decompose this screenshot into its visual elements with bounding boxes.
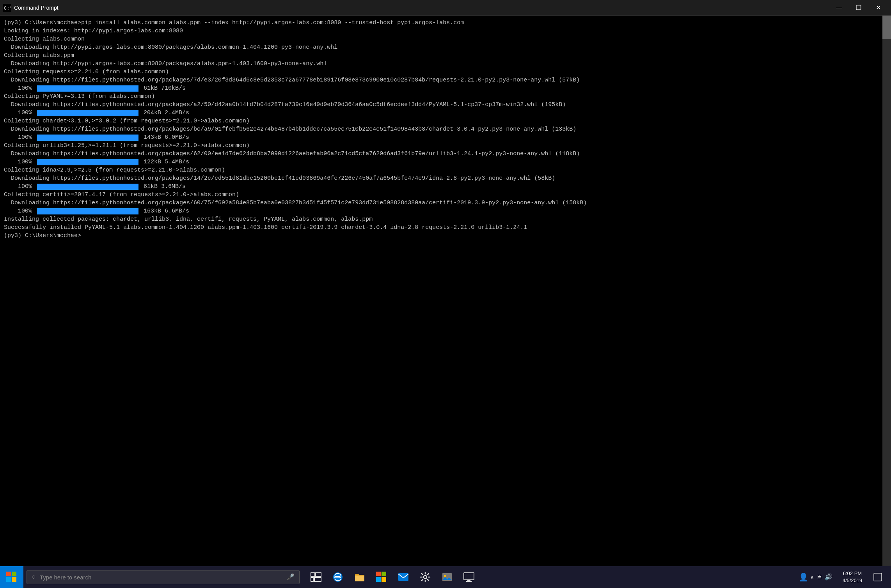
- svg-rect-13: [382, 572, 386, 576]
- scrollbar[interactable]: [882, 16, 891, 566]
- svg-rect-16: [398, 573, 408, 581]
- terminal-line: Downloading https://files.pythonhosted.o…: [4, 174, 879, 182]
- svg-rect-9: [314, 577, 321, 581]
- search-box[interactable]: ○ Type here to search 🎤: [27, 570, 300, 584]
- volume-icon[interactable]: 🔊: [825, 573, 832, 581]
- svg-rect-12: [376, 572, 381, 576]
- terminal-line: Downloading https://files.pythonhosted.o…: [4, 199, 879, 207]
- terminal-line: Collecting certifi>=2017.4.17 (from requ…: [4, 191, 879, 199]
- maximize-button[interactable]: ❐: [849, 0, 868, 16]
- terminal-line: 100% 61kB 3.6MB/s: [4, 182, 879, 191]
- svg-rect-14: [376, 577, 381, 582]
- terminal-line: (py3) C:\Users\mcchae>pip install alabs.…: [4, 19, 879, 27]
- store-button[interactable]: [371, 566, 392, 588]
- windows-logo-icon: [6, 572, 17, 583]
- notification-button[interactable]: [869, 566, 886, 588]
- svg-rect-22: [466, 581, 472, 582]
- title-bar: C:\ Command Prompt — ❐ ✕: [0, 0, 891, 16]
- terminal-line: Successfully installed PyYAML-5.1 alabs.…: [4, 223, 879, 232]
- taskbar: ○ Type here to search 🎤: [0, 566, 891, 588]
- svg-rect-23: [874, 573, 882, 581]
- task-view-icon: [311, 572, 321, 582]
- window-controls: — ❐ ✕: [829, 0, 888, 16]
- file-explorer-button[interactable]: [350, 566, 370, 588]
- terminal-line: 100% 204kB 2.4MB/s: [4, 109, 879, 117]
- people-icon[interactable]: 👤: [799, 572, 808, 582]
- terminal-line: Downloading http://pypi.argos-labs.com:8…: [4, 43, 879, 51]
- network-icon[interactable]: 🖥: [816, 574, 822, 581]
- task-view-button[interactable]: [306, 566, 326, 588]
- search-icon: ○: [32, 573, 36, 581]
- terminal-line: Collecting idna<2.9,>=2.5 (from requests…: [4, 166, 879, 174]
- svg-point-19: [444, 575, 446, 577]
- terminal-line: 100% 61kB 710kB/s: [4, 84, 879, 92]
- taskbar-icons: [306, 566, 479, 588]
- terminal-line: (py3) C:\Users\mcchae>: [4, 232, 879, 240]
- terminal-output: (py3) C:\Users\mcchae>pip install alabs.…: [0, 16, 882, 566]
- svg-rect-7: [316, 572, 321, 576]
- photos-button[interactable]: [437, 566, 457, 588]
- file-explorer-icon: [354, 572, 365, 583]
- terminal-line: Collecting alabs.ppm: [4, 51, 879, 60]
- clock-time: 6:02 PM: [843, 570, 862, 577]
- terminal-line: Downloading https://files.pythonhosted.o…: [4, 76, 879, 84]
- svg-rect-2: [6, 572, 11, 576]
- edge-icon: [332, 572, 343, 583]
- terminal-line: Collecting chardet<3.1.0,>=3.0.2 (from r…: [4, 117, 879, 125]
- search-placeholder-text: Type here to search: [40, 574, 92, 581]
- terminal-line: Collecting PyYAML>=3.13 (from alabs.comm…: [4, 92, 879, 101]
- tray-icons: 👤 ∧ 🖥 🔊: [799, 572, 832, 582]
- settings-button[interactable]: [415, 566, 435, 588]
- terminal-line: Collecting urllib3<1.25,>=1.21.1 (from r…: [4, 142, 879, 150]
- svg-rect-15: [382, 577, 386, 582]
- store-icon: [376, 572, 387, 583]
- settings-icon: [420, 572, 431, 583]
- edge-button[interactable]: [328, 566, 348, 588]
- start-button[interactable]: [0, 566, 23, 588]
- svg-rect-3: [12, 572, 16, 576]
- terminal-line: Downloading https://files.pythonhosted.o…: [4, 150, 879, 158]
- terminal-line: Collecting requests>=2.21.0 (from alabs.…: [4, 68, 879, 76]
- terminal-line: 100% 163kB 6.6MB/s: [4, 207, 879, 215]
- clock-date: 4/5/2019: [843, 577, 863, 584]
- minimize-button[interactable]: —: [829, 0, 849, 16]
- svg-text:C:\: C:\: [4, 6, 11, 11]
- terminal-line: 100% 143kB 6.0MB/s: [4, 133, 879, 142]
- system-clock[interactable]: 6:02 PM 4/5/2019: [839, 570, 866, 584]
- svg-rect-6: [311, 572, 315, 576]
- scrollbar-thumb[interactable]: [882, 16, 891, 39]
- svg-rect-4: [6, 577, 11, 582]
- notification-icon: [873, 573, 882, 581]
- show-desktop-button[interactable]: [459, 566, 479, 588]
- svg-point-17: [424, 576, 427, 579]
- terminal-line: Downloading https://files.pythonhosted.o…: [4, 125, 879, 133]
- svg-rect-5: [12, 577, 16, 582]
- terminal-line: Downloading https://files.pythonhosted.o…: [4, 101, 879, 109]
- cmd-icon: C:\: [3, 4, 11, 12]
- terminal-line: Installing collected packages: chardet, …: [4, 215, 879, 223]
- terminal-line: Looking in indexes: http://pypi.argos-la…: [4, 27, 879, 35]
- mail-icon: [398, 572, 409, 582]
- microphone-icon: 🎤: [287, 573, 295, 581]
- terminal-line: 100% 122kB 5.4MB/s: [4, 158, 879, 166]
- photos-icon: [442, 572, 453, 583]
- svg-rect-8: [311, 577, 313, 581]
- terminal-line: Collecting alabs.common: [4, 35, 879, 43]
- close-button[interactable]: ✕: [868, 0, 888, 16]
- terminal-line: Downloading http://pypi.argos-labs.com:8…: [4, 60, 879, 68]
- system-tray: 👤 ∧ 🖥 🔊 6:02 PM 4/5/2019: [799, 566, 891, 588]
- svg-rect-20: [464, 573, 474, 580]
- show-hidden-icons[interactable]: ∧: [811, 574, 814, 581]
- window-title: Command Prompt: [14, 5, 59, 11]
- title-bar-left: C:\ Command Prompt: [3, 4, 59, 12]
- desktop-icon: [463, 572, 474, 582]
- mail-button[interactable]: [393, 566, 414, 588]
- svg-rect-11: [355, 575, 364, 581]
